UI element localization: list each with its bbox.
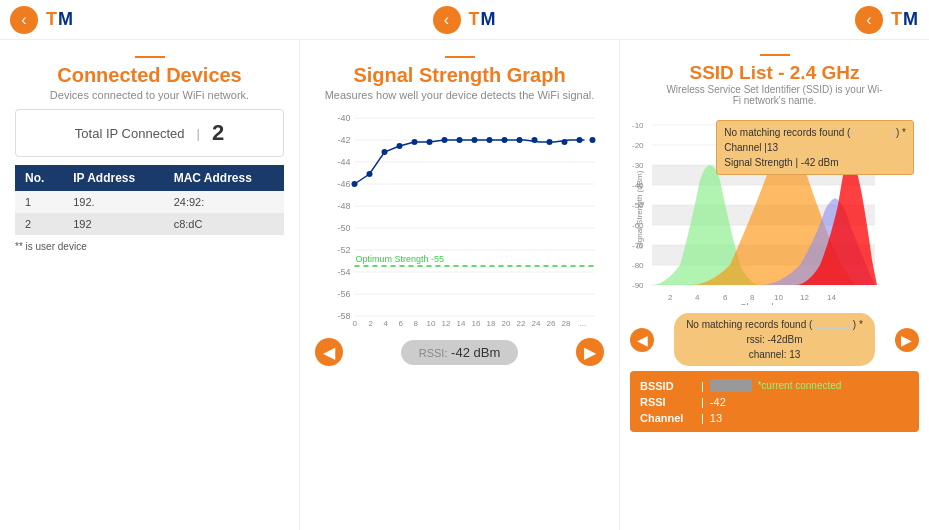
- header: ‹ TM ‹ TM ‹ TM: [0, 0, 929, 40]
- rssi-value: -42 dBm: [451, 345, 500, 360]
- back-button-1[interactable]: ‹: [10, 6, 38, 34]
- svg-text:-50: -50: [338, 223, 351, 233]
- graph-prev-button[interactable]: ◀: [315, 338, 343, 366]
- svg-point-30: [472, 137, 478, 143]
- panel1-title: Connected Devices: [15, 64, 284, 87]
- svg-point-23: [367, 171, 373, 177]
- total-ip-label: Total IP Connected: [75, 126, 185, 141]
- signal-strength-panel: Signal Strength Graph Measures how well …: [300, 40, 620, 530]
- ssid-list-panel: SSID List - 2.4 GHz Wireless Service Set…: [620, 40, 929, 530]
- tooltip-line2: Channel |13: [724, 140, 906, 155]
- svg-point-22: [352, 181, 358, 187]
- svg-text:2: 2: [369, 319, 374, 326]
- col-mac: MAC Address: [164, 165, 284, 191]
- logo-3: TM: [891, 9, 919, 30]
- logo-2: TM: [469, 9, 497, 30]
- channel-graph-area: No matching records found ( ) * Channel …: [630, 110, 919, 309]
- channel-prev-button[interactable]: ◀: [630, 328, 654, 352]
- header-left: ‹ TM: [10, 6, 313, 34]
- svg-text:Optimum Strength -55: Optimum Strength -55: [356, 254, 445, 264]
- svg-text:18: 18: [487, 319, 496, 326]
- svg-point-31: [487, 137, 493, 143]
- svg-text:6: 6: [399, 319, 404, 326]
- svg-text:8: 8: [414, 319, 419, 326]
- channel-info-badge: No matching records found ( ) * rssi: -4…: [674, 313, 875, 366]
- bssid-table: BSSID | *current connected RSSI | -42 Ch…: [630, 371, 919, 432]
- svg-point-32: [502, 137, 508, 143]
- svg-point-37: [577, 137, 583, 143]
- panel3-divider: [760, 54, 790, 56]
- svg-text:26: 26: [547, 319, 556, 326]
- svg-text:-80: -80: [632, 261, 644, 270]
- ip-table-body: 1 192. 24:92: 2 192 c8:dC: [15, 191, 284, 235]
- svg-point-24: [382, 149, 388, 155]
- svg-point-26: [412, 139, 418, 145]
- svg-text:22: 22: [517, 319, 526, 326]
- svg-text:Signal Strength (dBm): Signal Strength (dBm): [635, 170, 644, 249]
- cell-mac: 24:92:: [164, 191, 284, 213]
- svg-text:2: 2: [668, 293, 673, 302]
- col-ip: IP Address: [63, 165, 163, 191]
- svg-point-27: [427, 139, 433, 145]
- cell-mac: c8:dC: [164, 213, 284, 235]
- svg-text:-52: -52: [338, 245, 351, 255]
- svg-point-28: [442, 137, 448, 143]
- panel1-subtitle: Devices connected to your WiFi network.: [15, 89, 284, 101]
- svg-text:-48: -48: [338, 201, 351, 211]
- connected-devices-panel: Connected Devices Devices connected to y…: [0, 40, 300, 530]
- rssi-row: RSSI | -42: [640, 394, 909, 410]
- panel3-title: SSID List - 2.4 GHz: [630, 62, 919, 84]
- total-ip-box: Total IP Connected | 2: [15, 109, 284, 157]
- graph-navigation: ◀ RSSI: -42 dBm ▶: [315, 338, 604, 366]
- header-right: ‹ TM: [616, 6, 919, 34]
- svg-text:-56: -56: [338, 289, 351, 299]
- svg-text:6: 6: [723, 293, 728, 302]
- channel-row: Channel | 13: [640, 410, 909, 426]
- bssid-mac: [710, 379, 753, 392]
- channel-key: Channel: [640, 412, 695, 424]
- svg-text:12: 12: [442, 319, 451, 326]
- rssi-val: -42: [710, 396, 726, 408]
- panel1-divider: [135, 56, 165, 58]
- channel-info-line2: rssi: -42dBm: [686, 332, 863, 347]
- svg-text:14: 14: [827, 293, 836, 302]
- svg-text:8: 8: [750, 293, 755, 302]
- back-button-3[interactable]: ‹: [855, 6, 883, 34]
- channel-info-line1: No matching records found ( ) *: [686, 317, 863, 332]
- svg-text:4: 4: [384, 319, 389, 326]
- signal-graph-area: -40 -42 -44 -46 -48 -50 -52 -54 -56 -58: [315, 106, 604, 330]
- svg-text:-30: -30: [632, 161, 644, 170]
- channel-val: 13: [710, 412, 722, 424]
- cell-no: 2: [15, 213, 63, 235]
- channel-next-button[interactable]: ▶: [895, 328, 919, 352]
- svg-text:-54: -54: [338, 267, 351, 277]
- rssi-label: RSSI:: [419, 347, 448, 359]
- channel-tooltip: No matching records found ( ) * Channel …: [716, 120, 914, 175]
- svg-point-38: [590, 137, 596, 143]
- ip-table-header: No. IP Address MAC Address: [15, 165, 284, 191]
- svg-text:20: 20: [502, 319, 511, 326]
- svg-point-33: [517, 137, 523, 143]
- tooltip-line3: Signal Strength | -42 dBm: [724, 155, 906, 170]
- back-button-2[interactable]: ‹: [433, 6, 461, 34]
- main-content: Connected Devices Devices connected to y…: [0, 40, 929, 530]
- svg-text:-90: -90: [632, 281, 644, 290]
- cell-ip: 192: [63, 213, 163, 235]
- svg-text:16: 16: [472, 319, 481, 326]
- svg-text:-10: -10: [632, 121, 644, 130]
- svg-text:0: 0: [353, 319, 358, 326]
- panel3-subtitle: Wireless Service Set Identifier (SSID) i…: [665, 84, 885, 106]
- svg-text:10: 10: [427, 319, 436, 326]
- svg-point-34: [532, 137, 538, 143]
- svg-text:-40: -40: [338, 113, 351, 123]
- svg-text:4: 4: [695, 293, 700, 302]
- svg-text:-58: -58: [338, 311, 351, 321]
- graph-next-button[interactable]: ▶: [576, 338, 604, 366]
- svg-text:10: 10: [774, 293, 783, 302]
- table-row: 2 192 c8:dC: [15, 213, 284, 235]
- svg-text:-42: -42: [338, 135, 351, 145]
- panel2-divider: [445, 56, 475, 58]
- svg-text:14: 14: [457, 319, 466, 326]
- svg-point-35: [547, 139, 553, 145]
- bssid-row: BSSID | *current connected: [640, 377, 909, 394]
